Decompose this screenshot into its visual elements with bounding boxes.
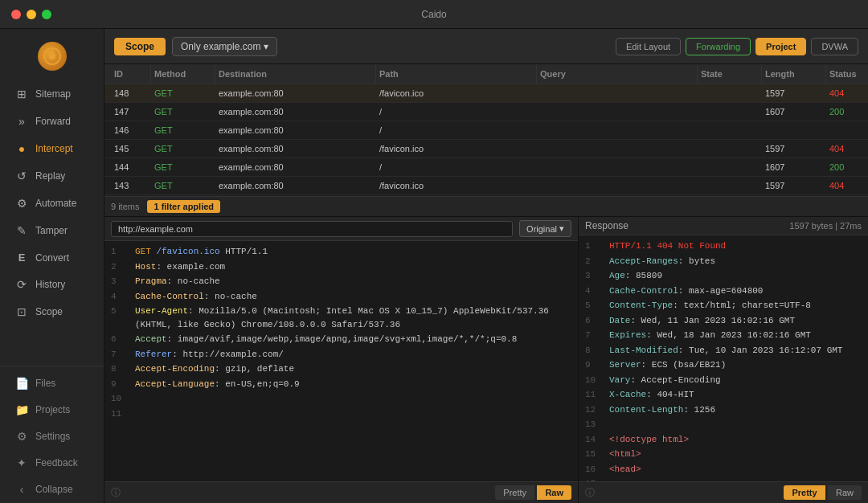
traffic-lights (11, 10, 51, 19)
scope-filter-label: Only example.com (181, 41, 260, 52)
request-format-toggle: Pretty Raw (495, 485, 571, 500)
table-row[interactable]: 146 GET example.com:80 / (104, 121, 868, 140)
minimize-button[interactable] (27, 10, 36, 19)
info-icon: ⓘ (111, 486, 121, 500)
code-line: 1 HTTP/1.1 404 Not Found (579, 239, 868, 254)
app-body: ⊞ Sitemap » Forward ● Intercept ↺ Replay… (0, 29, 868, 503)
cell-length: 1607 (762, 158, 826, 176)
cell-method: GET (151, 177, 215, 194)
cell-id: 145 (111, 140, 151, 157)
code-line: 2 Accept-Ranges: bytes (579, 254, 868, 269)
scope-button[interactable]: Scope (114, 38, 166, 55)
sidebar-item-sitemap[interactable]: ⊞ Sitemap (3, 81, 100, 107)
items-count: 9 items (111, 202, 139, 211)
replay-icon: ↺ (14, 170, 29, 182)
cell-destination: example.com:80 (215, 158, 376, 176)
cell-destination: example.com:80 (215, 121, 376, 139)
code-line: 5 Content-Type: text/html; charset=UTF-8 (579, 298, 868, 313)
chevron-down-icon: ▾ (264, 41, 268, 52)
code-line: 13 (579, 417, 868, 432)
sidebar-item-projects[interactable]: 📁 Projects (3, 397, 100, 423)
cell-state (698, 177, 762, 194)
sidebar-item-label: Collapse (35, 484, 73, 495)
table-row[interactable]: 143 GET example.com:80 /favicon.ico 1597… (104, 177, 868, 195)
cell-length: 1607 (762, 103, 826, 121)
code-line: 12 Content-Length: 1256 (579, 403, 868, 418)
code-line: 4 Cache-Control: no-cache (104, 289, 578, 305)
forwarding-button[interactable]: Forwarding (686, 38, 751, 55)
table-footer: 9 items 1 filter applied (104, 196, 868, 216)
cell-query (537, 177, 698, 194)
code-line: 3 Pragma: no-cache (104, 274, 578, 289)
cell-query (537, 84, 698, 102)
intercept-icon: ● (14, 142, 29, 155)
col-status: Status (826, 64, 868, 84)
table-row[interactable]: 147 GET example.com:80 / 1607 200 (104, 103, 868, 121)
code-line: 11 (104, 407, 578, 422)
sidebar-item-forward[interactable]: » Forward (3, 108, 100, 134)
sidebar-item-files[interactable]: 📄 Files (3, 370, 100, 396)
request-panel: Original ▾ 1 GET /favicon.ico HTTP/1.1 2… (104, 217, 579, 503)
sidebar-item-label: Sitemap (35, 88, 71, 100)
close-button[interactable] (11, 10, 21, 19)
code-line: 3 Age: 85809 (579, 268, 868, 284)
raw-button[interactable]: Raw (828, 485, 862, 500)
pretty-button[interactable]: Pretty (784, 485, 825, 500)
code-line: 7 Expires: Wed, 18 Jan 2023 16:02:16 GMT (579, 328, 868, 343)
table-row[interactable]: 148 GET example.com:80 /favicon.ico 1597… (104, 84, 868, 103)
sidebar-item-convert[interactable]: E Convert (3, 245, 100, 270)
sidebar-item-settings[interactable]: ⚙ Settings (3, 423, 100, 449)
url-input[interactable] (111, 221, 513, 237)
cell-length (762, 121, 826, 139)
cell-destination: example.com:80 (215, 140, 376, 157)
convert-icon: E (14, 251, 29, 264)
sidebar-item-history[interactable]: ⟳ History (3, 272, 100, 297)
cell-length: 1597 (762, 84, 826, 102)
feedback-icon: ✦ (14, 456, 29, 469)
table-row[interactable]: 145 GET example.com:80 /favicon.ico 1597… (104, 140, 868, 158)
settings-icon: ⚙ (14, 430, 29, 443)
pretty-button[interactable]: Pretty (495, 485, 534, 500)
cell-path: / (376, 103, 537, 121)
response-content: 1 HTTP/1.1 404 Not Found 2 Accept-Ranges… (579, 235, 868, 481)
sidebar-item-label: Scope (35, 306, 63, 317)
cell-id: 144 (111, 158, 151, 176)
sidebar-item-scope[interactable]: ⊡ Scope (3, 299, 100, 325)
sidebar-item-tamper[interactable]: ✎ Tamper (3, 218, 100, 243)
scope-filter-dropdown[interactable]: Only example.com ▾ (172, 37, 277, 56)
app-logo (38, 42, 67, 71)
cell-destination: example.com:80 (215, 103, 376, 121)
tamper-icon: ✎ (14, 224, 29, 237)
table-row[interactable]: 144 GET example.com:80 / 1607 200 (104, 158, 868, 177)
request-table: ID Method Destination Path Query State L… (104, 64, 868, 217)
sidebar-item-intercept[interactable]: ● Intercept (3, 136, 100, 162)
sidebar-logo (0, 35, 104, 80)
sidebar-item-replay[interactable]: ↺ Replay (3, 163, 100, 189)
sidebar-item-label: Feedback (35, 457, 78, 468)
cell-id: 148 (111, 84, 151, 102)
dvwa-button[interactable]: DVWA (811, 38, 858, 55)
sidebar-item-collapse[interactable]: ‹ Collapse (3, 476, 100, 502)
sidebar-item-automate[interactable]: ⚙ Automate (3, 190, 100, 216)
cell-query (537, 121, 698, 139)
edit-layout-button[interactable]: Edit Layout (616, 38, 681, 55)
sidebar: ⊞ Sitemap » Forward ● Intercept ↺ Replay… (0, 29, 104, 503)
sidebar-item-feedback[interactable]: ✦ Feedback (3, 450, 100, 476)
code-line: 6 Date: Wed, 11 Jan 2023 16:02:16 GMT (579, 313, 868, 329)
scope-icon: ⊡ (14, 305, 29, 318)
col-state: State (698, 64, 762, 84)
project-button[interactable]: Project (755, 38, 806, 55)
sidebar-item-label: Settings (35, 431, 70, 442)
filter-badge[interactable]: 1 filter applied (147, 200, 220, 213)
request-toolbar: Original ▾ (104, 217, 578, 241)
raw-button[interactable]: Raw (537, 485, 571, 500)
code-line: 10 (104, 391, 578, 407)
cell-query (537, 158, 698, 176)
maximize-button[interactable] (42, 10, 51, 19)
format-dropdown[interactable]: Original ▾ (519, 220, 571, 237)
col-destination: Destination (215, 64, 376, 84)
cell-method: GET (151, 140, 215, 157)
cell-length: 1597 (762, 177, 826, 194)
code-line: 9 Accept-Language: en-US,en;q=0.9 (104, 377, 578, 392)
code-line: 8 Last-Modified: Tue, 10 Jan 2023 16:12:… (579, 343, 868, 358)
